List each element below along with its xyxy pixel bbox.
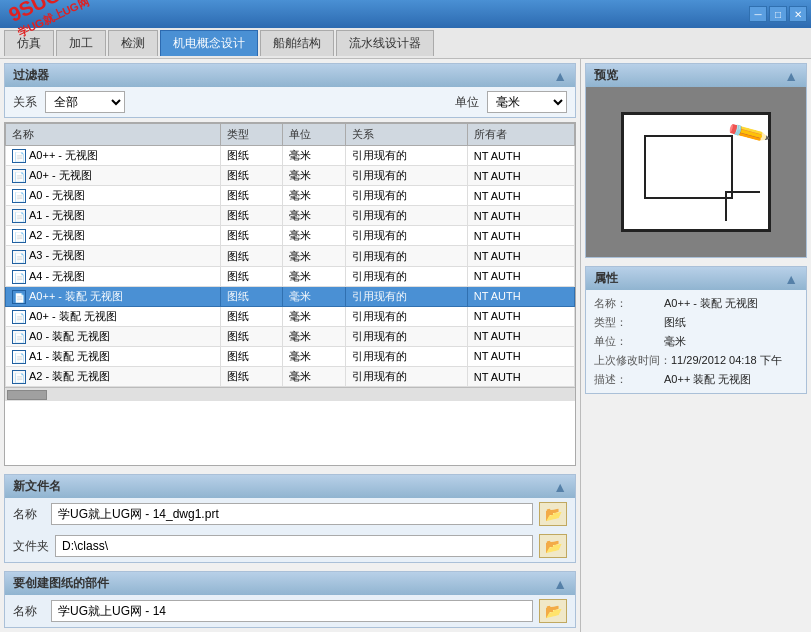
table-row[interactable]: 📄A1 - 无视图图纸毫米引用现有的NT AUTH	[6, 206, 575, 226]
parts-name-input[interactable]	[51, 600, 533, 622]
parts-header[interactable]: 要创建图纸的部件 ▲	[5, 572, 575, 595]
col-owner: 所有者	[467, 124, 574, 146]
scroll-thumb[interactable]	[7, 390, 47, 400]
prop-type-value: 图纸	[664, 315, 798, 330]
drawing-table: 名称 类型 单位 关系 所有者 📄A0++ - 无视图图纸毫米引用现有的NT A…	[5, 123, 575, 387]
table-row[interactable]: 📄A0 - 装配 无视图图纸毫米引用现有的NT AUTH	[6, 326, 575, 346]
cell-relation: 引用现有的	[346, 306, 468, 326]
prop-name-label: 名称：	[594, 296, 664, 311]
cell-type: 图纸	[220, 206, 283, 226]
prop-type-label: 类型：	[594, 315, 664, 330]
left-panel: 过滤器 ▲ 关系 全部 单位 毫米	[0, 59, 581, 632]
row-icon: 📄	[12, 229, 26, 243]
new-filename-section: 新文件名 ▲ 名称 📂 文件夹 📂	[4, 474, 576, 563]
preview-title: 预览	[594, 67, 618, 84]
table-row[interactable]: 📄A1 - 装配 无视图图纸毫米引用现有的NT AUTH	[6, 346, 575, 366]
cell-relation: 引用现有的	[346, 146, 468, 166]
cell-unit: 毫米	[283, 266, 346, 286]
cell-relation: 引用现有的	[346, 266, 468, 286]
main-window: 9SUG 学UG就上UG网 ─ □ ✕ 仿真 加工 检测 机电概念设计 船舶结构…	[0, 0, 811, 632]
tab-ship[interactable]: 船舶结构	[260, 30, 334, 56]
prop-desc-value: A0++ 装配 无视图	[664, 372, 798, 387]
parts-name-row: 名称 📂	[5, 595, 575, 627]
table-row[interactable]: 📄A0++ - 装配 无视图图纸毫米引用现有的NT AUTH	[6, 286, 575, 306]
row-icon: 📄	[12, 310, 26, 324]
cell-relation: 引用现有的	[346, 286, 468, 306]
name-label: 名称	[13, 506, 45, 523]
prop-type-row: 类型： 图纸	[586, 313, 806, 332]
relation-select[interactable]: 全部	[45, 91, 125, 113]
tab-simulation[interactable]: 仿真	[4, 30, 54, 56]
cell-owner: NT AUTH	[467, 186, 574, 206]
row-icon: 📄	[12, 149, 26, 163]
new-filename-title: 新文件名	[13, 478, 61, 495]
unit-label: 单位	[455, 94, 479, 111]
folder-input[interactable]	[55, 535, 533, 557]
parts-section: 要创建图纸的部件 ▲ 名称 📂	[4, 571, 576, 628]
cell-owner: NT AUTH	[467, 346, 574, 366]
name-browse-button[interactable]: 📂	[539, 502, 567, 526]
cell-unit: 毫米	[283, 367, 346, 387]
minimize-button[interactable]: ─	[749, 6, 767, 22]
folder-browse-button[interactable]: 📂	[539, 534, 567, 558]
cell-name: 📄A0++ - 装配 无视图	[6, 286, 221, 306]
cell-unit: 毫米	[283, 346, 346, 366]
col-name: 名称	[6, 124, 221, 146]
main-content: 过滤器 ▲ 关系 全部 单位 毫米	[0, 59, 811, 632]
tab-pipeline[interactable]: 流水线设计器	[336, 30, 434, 56]
preview-chevron-icon: ▲	[784, 68, 798, 84]
row-icon: 📄	[12, 250, 26, 264]
filter-row: 关系 全部 单位 毫米	[5, 87, 575, 117]
drawing-inner-border	[644, 135, 733, 199]
cell-name: 📄A0++ - 无视图	[6, 146, 221, 166]
prop-unit-value: 毫米	[664, 334, 798, 349]
close-button[interactable]: ✕	[789, 6, 807, 22]
horizontal-scrollbar[interactable]	[5, 387, 575, 401]
table-row[interactable]: 📄A0 - 无视图图纸毫米引用现有的NT AUTH	[6, 186, 575, 206]
table-row[interactable]: 📄A3 - 无视图图纸毫米引用现有的NT AUTH	[6, 246, 575, 266]
cell-relation: 引用现有的	[346, 226, 468, 246]
cell-name: 📄A4 - 无视图	[6, 266, 221, 286]
name-input[interactable]	[51, 503, 533, 525]
parts-browse-button[interactable]: 📂	[539, 599, 567, 623]
row-icon: 📄	[12, 290, 26, 304]
preview-drawing: ✏️	[616, 107, 776, 237]
tab-mechatronics[interactable]: 机电概念设计	[160, 30, 258, 56]
row-icon: 📄	[12, 270, 26, 284]
prop-unit-row: 单位： 毫米	[586, 332, 806, 351]
cell-name: 📄A3 - 无视图	[6, 246, 221, 266]
new-filename-header[interactable]: 新文件名 ▲	[5, 475, 575, 498]
filter-section: 过滤器 ▲ 关系 全部 单位 毫米	[4, 63, 576, 118]
cell-owner: NT AUTH	[467, 226, 574, 246]
table-row[interactable]: 📄A4 - 无视图图纸毫米引用现有的NT AUTH	[6, 266, 575, 286]
table-row[interactable]: 📄A2 - 无视图图纸毫米引用现有的NT AUTH	[6, 226, 575, 246]
cell-relation: 引用现有的	[346, 367, 468, 387]
cell-type: 图纸	[220, 346, 283, 366]
cell-name: 📄A0+ - 装配 无视图	[6, 306, 221, 326]
preview-header[interactable]: 预览 ▲	[586, 64, 806, 87]
maximize-button[interactable]: □	[769, 6, 787, 22]
row-icon: 📄	[12, 209, 26, 223]
cell-type: 图纸	[220, 306, 283, 326]
row-icon: 📄	[12, 169, 26, 183]
unit-select[interactable]: 毫米	[487, 91, 567, 113]
tab-inspection[interactable]: 检测	[108, 30, 158, 56]
properties-header[interactable]: 属性 ▲	[586, 267, 806, 290]
title-bar: ─ □ ✕	[0, 0, 811, 28]
cell-name: 📄A1 - 装配 无视图	[6, 346, 221, 366]
table-row[interactable]: 📄A0+ - 无视图图纸毫米引用现有的NT AUTH	[6, 166, 575, 186]
cell-relation: 引用现有的	[346, 326, 468, 346]
new-filename-chevron-icon: ▲	[553, 479, 567, 495]
cell-name: 📄A0 - 装配 无视图	[6, 326, 221, 346]
table-body: 📄A0++ - 无视图图纸毫米引用现有的NT AUTH📄A0+ - 无视图图纸毫…	[6, 146, 575, 387]
table-row[interactable]: 📄A2 - 装配 无视图图纸毫米引用现有的NT AUTH	[6, 367, 575, 387]
cell-unit: 毫米	[283, 306, 346, 326]
table-row[interactable]: 📄A0++ - 无视图图纸毫米引用现有的NT AUTH	[6, 146, 575, 166]
tab-machining[interactable]: 加工	[56, 30, 106, 56]
row-icon: 📄	[12, 370, 26, 384]
col-relation: 关系	[346, 124, 468, 146]
table-section[interactable]: 名称 类型 单位 关系 所有者 📄A0++ - 无视图图纸毫米引用现有的NT A…	[4, 122, 576, 466]
filter-header[interactable]: 过滤器 ▲	[5, 64, 575, 87]
cell-type: 图纸	[220, 266, 283, 286]
table-row[interactable]: 📄A0+ - 装配 无视图图纸毫米引用现有的NT AUTH	[6, 306, 575, 326]
